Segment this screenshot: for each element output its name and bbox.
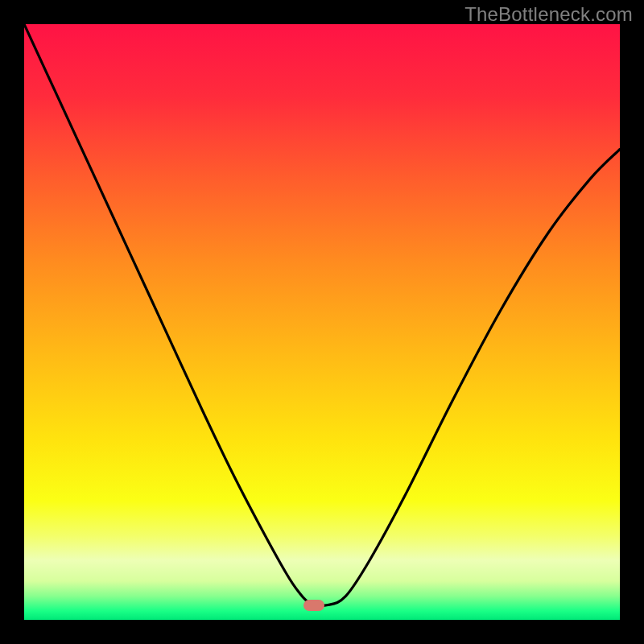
bottleneck-curve — [24, 24, 620, 620]
chart-frame: TheBottleneck.com — [0, 0, 644, 644]
plot-area — [24, 24, 620, 620]
curve-path — [24, 24, 620, 605]
watermark-text: TheBottleneck.com — [464, 3, 633, 26]
optimum-marker — [303, 600, 324, 611]
